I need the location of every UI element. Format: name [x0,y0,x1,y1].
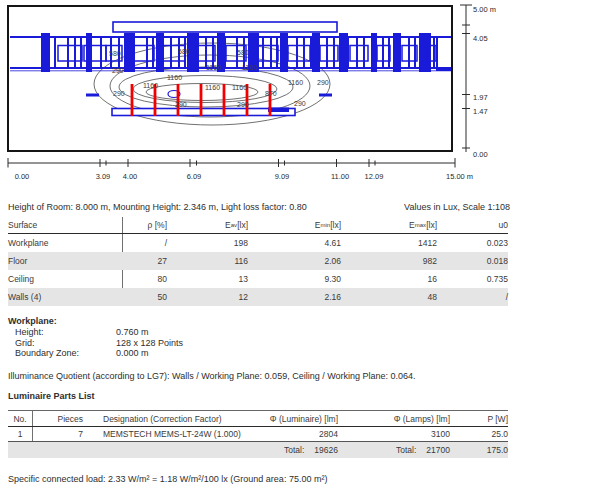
header-emin: Emin [lx] [248,217,341,233]
isolux-value-label: 1160 [288,79,303,86]
vscale-label: 4.05 [473,34,488,43]
header-power: P [W] [450,411,508,426]
cell-no: 1 [8,427,33,441]
surface-table: Surface ρ [%] Eav [lx] Emin [lx] Emax [l… [8,217,508,306]
cell: 48 [341,288,437,306]
cell: 1412 [341,234,437,252]
cell: 50 [123,288,167,306]
total-power: 175.0 [450,442,508,458]
cell: 0.018 [437,252,508,270]
luminaire-parts-table: No. Pieces Designation (Correction Facto… [8,410,508,458]
cell: 116 [167,252,248,270]
lighting-report-page: 5805805802901160116029011601160870116011… [0,0,600,492]
value: 128 x 128 Points [116,338,183,349]
workplane-boundary-row: Boundary Zone: 0.000 m [8,348,416,359]
cell-flux-lamps: 3100 [338,427,450,441]
cell: 4.61 [248,234,341,252]
hscale-label: 12.09 [365,172,384,181]
cell: 0.735 [437,270,508,288]
vscale-label: 1.47 [473,107,488,116]
room-section-diagram: 5805805802901160116029011601160870116011… [0,0,600,200]
isolux-value-label: 1160 [205,84,220,91]
cell-pieces: 7 [33,427,83,441]
workplane-grid-row: Grid: 128 x 128 Points [8,338,416,349]
workplane-block: Workplane: Height: 0.760 m Grid: 128 x 1… [8,316,416,381]
cell: 0.023 [437,234,508,252]
row-name: Floor [8,252,123,270]
workplane-height-row: Height: 0.760 m [8,327,416,338]
total-flux-luminaire: Total: 19626 [258,442,338,458]
row-name: Ceiling [8,270,123,288]
hscale-label: 3.09 [96,172,111,181]
row-name: Workplane [8,234,123,252]
vscale-label: 5.00 m [473,5,496,14]
isolux-value-label: 1160 [232,84,247,91]
cell-power: 25.0 [450,427,508,441]
isolux-value-label: 580 [237,49,249,56]
isolux-value-label: 580 [178,48,190,55]
parts-table-row: 1 7 MEMSTECH MEMS-LT-24W (1.000) 2804 31… [8,427,508,442]
header-designation: Designation (Correction Factor) [83,411,258,426]
isolux-value-label: 1160 [167,74,182,81]
cell: 2.16 [248,288,341,306]
total-flux-lamps: Total: 21700 [338,442,450,458]
header-no: No. [8,411,33,426]
isolux-value-label: 1160 [242,64,257,71]
cell: 12 [167,288,248,306]
info-line: Height of Room: 8.000 m, Mounting Height… [8,202,510,212]
header-pieces: Pieces [33,411,83,426]
cell: 982 [341,252,437,270]
hscale-label: 6.09 [187,172,202,181]
isolux-value-label: 1160 [206,64,221,71]
header-flux-lamps: Φ (Lamps) [lm] [338,411,450,426]
label: Boundary Zone: [8,348,116,359]
isolux-value-label: 290 [112,67,124,74]
cell: / [437,288,508,306]
cell: 2.06 [248,252,341,270]
label: Grid: [8,338,116,349]
illuminance-quotient-text: Illuminance Quotient (according to LG7):… [8,371,416,382]
vertical-scale-ruler [460,5,472,152]
header-eav: Eav [lx] [167,217,248,233]
header-u0: u0 [437,217,508,233]
vscale-label: 1.97 [473,93,488,102]
isolux-value-label: 290 [317,79,329,86]
cell-flux-luminaire: 2804 [258,427,338,441]
hscale-label: 0.00 [15,172,30,181]
room-parameters-text: Height of Room: 8.000 m, Mounting Height… [8,202,307,212]
header-surface: Surface [8,217,123,233]
isolux-value-label: 290 [113,90,125,97]
value: 0.760 m [116,327,149,338]
hscale-label: 9.09 [275,172,290,181]
cell: 198 [167,234,248,252]
table-row-workplane: Workplane / 198 4.61 1412 0.023 [8,234,508,252]
isolux-value-label: 290 [175,101,187,108]
cell: 80 [123,270,167,288]
isolux-value-label: 290 [294,100,306,107]
parts-table-totals: Total: 19626 Total: 21700 175.0 [8,442,508,458]
table-row-walls: Walls (4) 50 12 2.16 48 / [8,288,508,306]
header-flux-luminaire: Φ (Luminaire) [lm] [258,411,338,426]
cell: / [123,234,167,252]
specific-connected-load-text: Specific connected load: 2.33 W/m² = 1.1… [8,474,327,484]
cell: 27 [123,252,167,270]
header-emax: Emax [lx] [341,217,437,233]
values-scale-text: Values in Lux, Scale 1:108 [404,202,510,212]
parts-list-title: Luminaire Parts List [8,391,95,401]
value: 0.000 m [116,348,149,359]
cell: 13 [167,270,248,288]
hscale-label: 4.00 [123,172,138,181]
parts-table-header: No. Pieces Designation (Correction Facto… [8,410,508,427]
hscale-label: 11.00 [331,172,349,181]
cell: 9.30 [248,270,341,288]
room-outline [8,6,452,151]
horizontal-scale-ruler [8,158,455,168]
workplane-title: Workplane: [8,316,416,327]
isolux-value-label: 290 [237,101,249,108]
label: Height: [8,327,116,338]
hscale-label: 15.00 m [446,172,473,181]
isolux-value-label: 1160 [143,82,158,89]
cell: 16 [341,270,437,288]
cell-designation: MEMSTECH MEMS-LT-24W (1.000) [83,427,258,441]
row-name: Walls (4) [8,288,123,306]
